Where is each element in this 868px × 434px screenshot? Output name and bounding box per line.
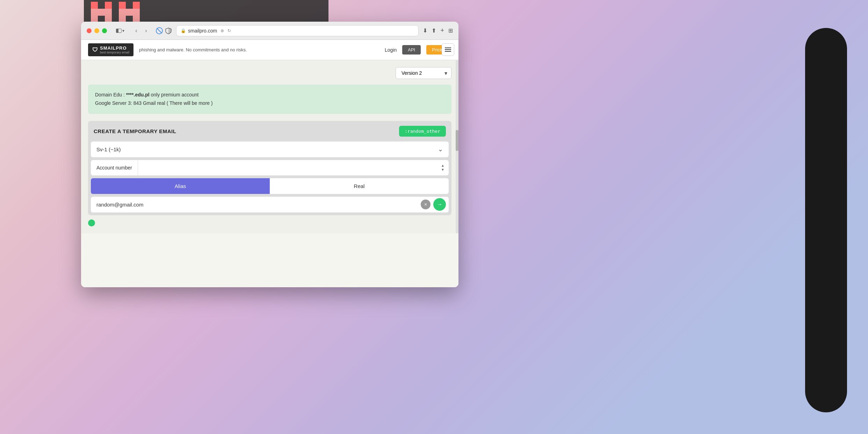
shield-icons xyxy=(156,27,172,34)
info-box: Domain Edu : ****.edu.pl only premium ac… xyxy=(88,85,451,114)
hamburger-icon xyxy=(445,47,451,52)
create-title: CREATE A TEMPORARY EMAIL xyxy=(94,128,176,134)
alias-real-toggle: Alias Real xyxy=(91,178,449,194)
scrollbar-thumb[interactable] xyxy=(456,130,458,151)
site-logo: 🛡 SMAILPRO best temporary email xyxy=(88,43,133,56)
version-select-wrapper: Version 2 Version 1 Version 3 xyxy=(396,67,451,79)
scrollbar[interactable] xyxy=(456,60,458,233)
reload-icon[interactable]: ↻ xyxy=(227,28,231,33)
logo-subtitle: best temporary email xyxy=(100,51,129,54)
sidebar-toggle-button[interactable]: ▾ xyxy=(114,27,126,35)
real-button[interactable]: Real xyxy=(270,178,449,194)
version-row: Version 2 Version 1 Version 3 xyxy=(88,67,451,79)
svg-rect-1 xyxy=(91,2,98,9)
browser-content: 🛡 SMAILPRO best temporary email phishing… xyxy=(81,40,458,287)
new-tab-icon[interactable]: + xyxy=(440,27,444,34)
download-icon[interactable]: ⬇ xyxy=(423,27,427,34)
sidebar-icon xyxy=(116,29,122,33)
shield-icon xyxy=(165,27,172,34)
site-tagline: phishing and malware. No commitments and… xyxy=(139,47,379,52)
block-icon xyxy=(156,27,163,34)
spinner-down-icon[interactable]: ▼ xyxy=(441,168,444,172)
toolbar-right: ⬇ ⬆ + ⊞ xyxy=(423,27,453,34)
minimize-button[interactable] xyxy=(94,28,99,33)
status-indicator xyxy=(88,219,95,226)
account-spinner[interactable]: ▲ ▼ xyxy=(440,162,446,173)
title-bar: ▾ ‹ › 🔒 smailpro.com ⊕ ↻ ⬇ ⬆ + xyxy=(81,22,458,40)
close-button[interactable] xyxy=(87,28,92,33)
server-select[interactable]: Sv-1 (~1k) Sv-2 (~2k) Sv-3 (~3k) xyxy=(91,142,449,157)
sidebar-chevron-icon: ▾ xyxy=(122,28,124,33)
create-section: CREATE A TEMPORARY EMAIL :random_other S… xyxy=(88,121,451,215)
address-bar[interactable]: 🔒 smailpro.com ⊕ ↻ xyxy=(176,25,419,36)
translate-icon: ⊕ xyxy=(220,28,224,33)
random-button[interactable]: :random_other xyxy=(399,126,446,137)
nav-arrows: ‹ › xyxy=(132,27,150,35)
email-clear-button[interactable]: × xyxy=(421,200,431,209)
account-number-label: Account number xyxy=(91,160,138,175)
browser-window: ▾ ‹ › 🔒 smailpro.com ⊕ ↻ ⬇ ⬆ + xyxy=(81,22,458,287)
account-input-wrapper: ▲ ▼ xyxy=(138,160,449,175)
grid-icon[interactable]: ⊞ xyxy=(448,27,453,34)
alias-button[interactable]: Alias xyxy=(91,178,270,194)
svg-line-12 xyxy=(157,28,162,33)
forward-button[interactable]: › xyxy=(142,27,150,35)
url-text: smailpro.com xyxy=(188,28,217,34)
svg-rect-3 xyxy=(91,9,112,16)
svg-rect-7 xyxy=(133,2,140,9)
email-input[interactable] xyxy=(96,197,421,212)
account-number-input[interactable] xyxy=(142,160,440,175)
server-select-wrapper: Sv-1 (~1k) Sv-2 (~2k) Sv-3 (~3k) xyxy=(91,142,449,157)
api-button[interactable]: API xyxy=(402,45,421,55)
hamburger-button[interactable] xyxy=(442,43,454,56)
login-button[interactable]: Login xyxy=(385,47,397,53)
share-icon[interactable]: ⬆ xyxy=(432,27,436,34)
create-header: CREATE A TEMPORARY EMAIL :random_other xyxy=(88,121,451,142)
email-input-row: × → xyxy=(91,197,449,212)
info-line2: Google Server 3: 843 Gmail real ( There … xyxy=(95,99,444,108)
svg-rect-8 xyxy=(119,9,140,16)
version-select[interactable]: Version 2 Version 1 Version 3 xyxy=(396,67,451,79)
domain-bold: ****.edu.pl xyxy=(126,92,150,97)
phone-device xyxy=(805,28,847,412)
site-nav: 🛡 SMAILPRO best temporary email phishing… xyxy=(81,40,458,60)
email-go-button[interactable]: → xyxy=(433,198,446,211)
traffic-lights xyxy=(87,28,107,33)
info-line1: Domain Edu : ****.edu.pl only premium ac… xyxy=(95,91,444,99)
svg-rect-6 xyxy=(119,2,126,9)
site-main-content: Version 2 Version 1 Version 3 Domain Edu… xyxy=(81,60,458,233)
lock-icon: 🔒 xyxy=(181,28,186,33)
account-number-row: Account number ▲ ▼ xyxy=(91,160,449,175)
svg-rect-2 xyxy=(105,2,112,9)
logo-text: SMAILPRO xyxy=(100,45,129,51)
back-button[interactable]: ‹ xyxy=(132,27,140,35)
spinner-up-icon[interactable]: ▲ xyxy=(441,164,444,167)
maximize-button[interactable] xyxy=(102,28,107,33)
